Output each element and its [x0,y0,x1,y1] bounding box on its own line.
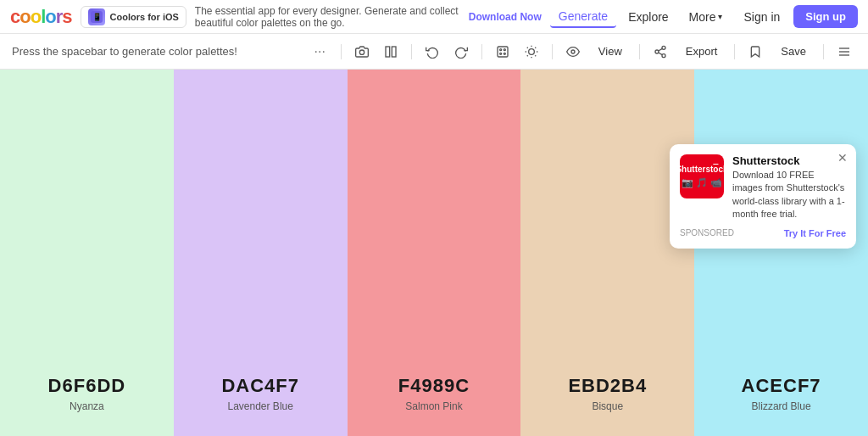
svg-rect-5 [498,47,508,57]
nav-right: Generate Explore More ▾ Sign in Sign up [550,5,858,28]
svg-point-9 [499,53,501,54]
swatch-4[interactable]: ACECF7 Blizzard Blue [694,70,868,436]
signup-button[interactable]: Sign up [793,5,858,28]
eye-icon[interactable] [561,40,585,64]
ad-header: Shutterstock 📷 🎵 📹 Shutterstock Download… [680,154,846,221]
separator [341,44,342,59]
swatch-name-3: Bisque [592,400,623,412]
save-label: Save [781,45,806,58]
bookmark-icon[interactable] [743,40,767,64]
export-label: Export [686,45,718,58]
nav-explore[interactable]: Explore [620,7,676,27]
svg-rect-3 [386,47,390,57]
ad-content: Shutterstock Download 10 FREE images fro… [732,154,846,221]
more-options-icon[interactable]: ··· [314,44,325,59]
separator [481,44,482,59]
svg-point-21 [655,50,659,53]
ad-popup: ✕ Shutterstock 📷 🎵 📹 Shutterstock Downlo… [670,144,856,249]
svg-point-2 [359,50,364,54]
swatch-hex-1: DAC4F7 [221,375,299,397]
swatch-hex-3: EBD2B4 [568,375,647,397]
redo-icon[interactable] [449,40,473,64]
swatch-hex-2: F4989C [398,375,470,397]
svg-point-10 [528,48,534,54]
swatches-area: D6F6DD Nyanza DAC4F7 Lavender Blue F4989… [0,70,868,436]
ad-cta-button[interactable]: Try It For Free [784,228,846,238]
save-button[interactable]: Save [772,42,815,61]
palette-icon[interactable] [491,40,515,64]
ios-badge-label: Coolors for iOS [110,12,179,22]
separator [734,44,735,59]
ios-badge[interactable]: 📱 Coolors for iOS [81,6,186,28]
view-button[interactable]: View [590,42,631,61]
swatch-1[interactable]: DAC4F7 Lavender Blue [174,70,348,436]
nav-more-label: More [689,10,716,24]
ad-logo-icons: 📷 🎵 📹 [676,177,727,188]
signin-button[interactable]: Sign in [734,7,791,27]
svg-point-19 [571,50,575,53]
swatch-hex-4: ACECF7 [742,375,821,397]
toolbar: Press the spacebar to generate color pal… [0,34,868,70]
ad-close-button[interactable]: ✕ [837,151,848,165]
svg-point-22 [662,53,665,57]
svg-line-23 [659,53,663,55]
svg-point-7 [504,48,505,50]
chevron-down-icon: ▾ [718,12,722,21]
logo[interactable]: coolors [10,6,72,28]
undo-icon[interactable] [420,40,444,64]
share-icon[interactable] [648,40,672,64]
columns-icon[interactable] [379,40,403,64]
camera-icon[interactable] [350,40,374,64]
separator [639,44,640,59]
ad-description: Download 10 FREE images from Shutterstoc… [732,169,846,221]
export-button[interactable]: Export [677,42,726,61]
separator [823,44,824,59]
svg-text:📱: 📱 [92,12,103,22]
swatch-name-1: Lavender Blue [228,400,293,412]
swatch-name-2: Salmon Pink [405,400,462,412]
separator [552,44,553,59]
svg-line-14 [535,55,536,56]
swatch-3[interactable]: EBD2B4 Bisque [520,70,694,436]
sun-icon[interactable] [520,40,543,64]
hint-text: Press the spacebar to generate color pal… [12,45,309,58]
download-link[interactable]: Download Now [469,11,542,23]
svg-line-17 [527,55,528,56]
ad-footer: SPONSORED Try It For Free [680,228,846,238]
swatch-name-4: Blizzard Blue [752,400,811,412]
view-label: View [598,45,622,58]
ad-logo: Shutterstock 📷 🎵 📹 [680,154,724,198]
svg-point-20 [662,46,665,49]
svg-line-13 [527,47,528,48]
ad-sponsored-label: SPONSORED [680,228,734,238]
svg-line-18 [535,47,536,48]
svg-rect-4 [392,47,396,57]
ad-brand: Shutterstock [732,154,846,167]
tagline: The essential app for every designer. Ge… [195,5,460,29]
nav-more[interactable]: More ▾ [681,7,731,27]
nav-generate[interactable]: Generate [550,6,616,28]
svg-point-8 [504,53,505,54]
logo-area: coolors [10,6,72,28]
ad-logo-text: Shutterstock [676,165,727,175]
svg-line-24 [659,48,663,51]
swatch-hex-0: D6F6DD [48,375,126,397]
top-nav: coolors 📱 Coolors for iOS The essential … [0,0,868,34]
svg-point-6 [499,48,501,50]
menu-icon[interactable] [832,40,856,64]
swatch-name-0: Nyanza [70,400,104,412]
ios-badge-icon: 📱 [88,8,105,25]
swatch-0[interactable]: D6F6DD Nyanza [0,70,174,436]
separator [411,44,412,59]
swatch-2[interactable]: F4989C Salmon Pink [348,70,521,436]
